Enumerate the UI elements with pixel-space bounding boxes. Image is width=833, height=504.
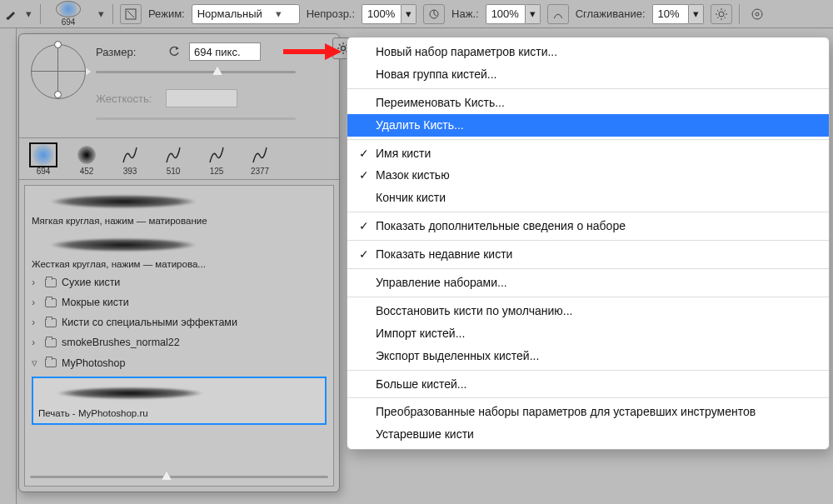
smoothing-gear-icon[interactable] — [711, 4, 732, 24]
brush-size-num: 694 — [37, 167, 51, 176]
brush-stroke-item[interactable]: Мягкая круглая, нажим — матирование — [25, 186, 333, 229]
stroke-label: Мягкая круглая, нажим — матирование — [32, 216, 327, 226]
brush-preset-chip[interactable]: 694 — [47, 1, 89, 27]
chevron-icon: › — [32, 337, 40, 348]
brush-name: Печать - MyPhotoshop.ru — [38, 408, 320, 418]
flow-dropdown[interactable]: ▾ — [526, 4, 541, 24]
menu-item-label: Показать дополнительные сведения о набор… — [376, 219, 626, 232]
menu-item[interactable]: Удалить Кисть... — [347, 114, 829, 137]
divider — [40, 4, 41, 24]
brush-folder-row[interactable]: ›smokeBrushes_normal22 — [25, 332, 333, 352]
menu-item[interactable]: ✓Мазок кистью — [347, 164, 829, 187]
divider — [112, 4, 113, 24]
brush-angle-control[interactable] — [27, 41, 89, 102]
folder-label: MyPhotoshop — [62, 357, 125, 369]
tool-dropdown[interactable]: ▾ — [23, 7, 33, 20]
selected-brush-item[interactable]: Печать - MyPhotoshop.ru — [32, 377, 327, 425]
brush-folder-row[interactable]: ›Кисти со специальными эффектами — [25, 312, 333, 332]
brush-size-num: 694 — [62, 17, 76, 27]
menu-item[interactable]: Устаревшие кисти — [347, 423, 829, 446]
smoothing-dropdown[interactable]: ▾ — [689, 4, 704, 24]
brush-thumb-icon — [30, 143, 57, 167]
menu-item[interactable]: Восстановить кисти по умолчанию... — [347, 300, 829, 322]
horizontal-scrollbar[interactable] — [30, 471, 328, 482]
recent-brush-chip[interactable]: 2377 — [242, 143, 277, 176]
airbrush-icon[interactable] — [547, 4, 569, 24]
brush-folder-row[interactable]: ›Мокрые кисти — [25, 292, 333, 312]
menu-separator — [347, 370, 829, 371]
svg-line-10 — [717, 17, 719, 18]
menu-item[interactable]: ✓Показать недавние кисти — [347, 243, 829, 266]
brush-preset-dropdown[interactable]: ▾ — [96, 7, 106, 20]
flow-field[interactable]: 100% — [486, 4, 526, 24]
size-slider[interactable] — [96, 64, 296, 79]
folder-icon — [45, 278, 57, 287]
recent-brush-chip[interactable]: 694 — [26, 143, 61, 176]
brush-stroke-item[interactable]: Жесткая круглая, нажим — матирова... — [25, 229, 333, 272]
folder-icon — [45, 318, 57, 327]
folder-icon — [45, 358, 57, 367]
left-toolbar-strip — [0, 28, 17, 504]
symmetry-icon[interactable] — [746, 4, 768, 24]
menu-item[interactable]: Экспорт выделенных кистей... — [347, 345, 829, 367]
menu-item[interactable]: Кончик кисти — [347, 187, 829, 209]
menu-separator — [347, 139, 829, 140]
chevron-down-icon: ▾ — [276, 7, 282, 20]
pressure-opacity-icon[interactable] — [423, 4, 445, 24]
mode-value: Нормальный — [197, 7, 262, 20]
menu-item[interactable]: ✓Имя кисти — [347, 142, 829, 165]
svg-point-0 — [7, 17, 9, 19]
opacity-field[interactable]: 100% — [362, 4, 402, 24]
svg-marker-25 — [176, 47, 179, 50]
mode-select[interactable]: Нормальный ▾ — [192, 4, 300, 24]
menu-item-label: Мазок кистью — [376, 168, 450, 182]
folder-icon — [45, 338, 57, 347]
brush-thumb-icon — [247, 143, 273, 167]
menu-item[interactable]: Импорт кистей... — [347, 322, 829, 345]
menu-item[interactable]: Новая группа кистей... — [347, 63, 829, 86]
menu-item-label: Показать недавние кисти — [376, 247, 512, 261]
svg-line-11 — [724, 10, 726, 12]
recent-brush-chip[interactable]: 125 — [199, 143, 234, 176]
menu-item[interactable]: Управление наборами... — [347, 272, 829, 294]
size-label: Размер: — [96, 46, 159, 58]
hardness-slider — [96, 111, 296, 126]
svg-point-3 — [719, 12, 724, 17]
recent-brush-chip[interactable]: 510 — [156, 143, 191, 176]
menu-item[interactable]: Преобразованные наборы параметров для ус… — [347, 401, 829, 423]
menu-item-label: Переименовать Кисть... — [376, 96, 505, 109]
brush-settings-icon[interactable] — [120, 4, 142, 24]
smoothing-field[interactable]: 10% — [652, 4, 689, 24]
check-icon: ✓ — [359, 167, 369, 183]
menu-item-label: Новый набор параметров кисти... — [376, 45, 557, 58]
menu-item[interactable]: Переименовать Кисть... — [347, 92, 829, 114]
menu-separator — [347, 240, 829, 241]
divider — [739, 4, 740, 24]
menu-item[interactable]: Больше кистей... — [347, 373, 829, 396]
brush-tool-icon — [5, 8, 17, 20]
size-field[interactable]: 694 пикс. — [189, 42, 261, 61]
brush-size-num: 2377 — [251, 167, 269, 176]
brush-flyout-menu: Новый набор параметров кисти...Новая гру… — [347, 37, 830, 450]
menu-item[interactable]: ✓Показать дополнительные сведения о набо… — [347, 215, 829, 237]
options-bar: ▾ 694 ▾ Режим: Нормальный ▾ Непрозр.: 10… — [0, 0, 833, 28]
menu-item-label: Устаревшие кисти — [376, 427, 474, 441]
hardness-label: Жесткость: — [96, 92, 159, 105]
menu-item-label: Управление наборами... — [376, 276, 507, 289]
folder-label: Сухие кисти — [62, 277, 120, 288]
brush-folder-row[interactable]: ›Сухие кисти — [25, 272, 333, 292]
menu-item[interactable]: Новый набор параметров кисти... — [347, 41, 829, 63]
mode-label: Режим: — [148, 7, 185, 20]
brush-tree[interactable]: Мягкая круглая, нажим — матированиеЖестк… — [24, 185, 334, 487]
brush-folder-row[interactable]: ▿MyPhotoshop — [25, 352, 333, 373]
brush-size-num: 393 — [123, 167, 137, 176]
opacity-dropdown[interactable]: ▾ — [402, 4, 416, 24]
stroke-label: Жесткая круглая, нажим — матирова... — [32, 259, 327, 269]
brush-size-num: 510 — [167, 167, 181, 176]
folder-label: Мокрые кисти — [62, 297, 129, 308]
menu-separator — [347, 88, 829, 89]
recent-brush-chip[interactable]: 452 — [69, 143, 104, 176]
size-reset-icon[interactable] — [166, 43, 182, 60]
recent-brush-chip[interactable]: 393 — [112, 143, 147, 176]
brush-size-num: 125 — [210, 167, 224, 176]
